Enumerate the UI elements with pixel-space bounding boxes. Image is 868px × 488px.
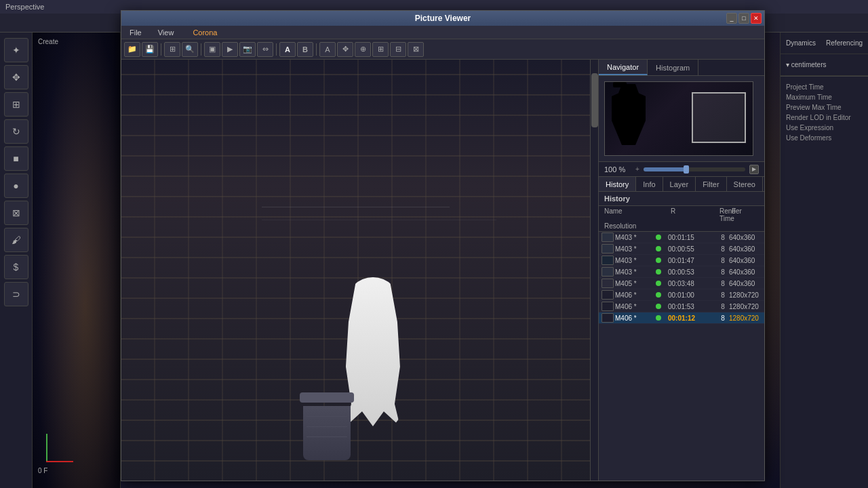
tool-frame[interactable]: ▣	[204, 42, 220, 57]
left-sidebar: ✦ ✥ ⊞ ↻ ■ ● ⊠ 🖌 $ ⊃	[0, 33, 33, 488]
pv-content: Navigator Histogram 100	[121, 60, 764, 481]
zoom-plus-icon: +	[635, 165, 639, 173]
zoom-next-btn[interactable]: ▶	[749, 165, 759, 174]
centimeters-label: ▾ centimeters	[786, 61, 826, 68]
tool-zoom[interactable]: 🔍	[182, 42, 198, 57]
history-row-selected[interactable]: M406 * 00:01:12 8 868x488	[599, 312, 764, 324]
history-dot	[656, 246, 661, 251]
tool-lasso[interactable]: A	[319, 42, 336, 57]
centimeters-row: ▾ centimeters	[786, 60, 863, 70]
history-thumb	[601, 290, 614, 300]
history-resolution: 868x488	[729, 314, 764, 322]
history-row[interactable]: M403 * 00:01:15 8 640x360	[599, 232, 764, 243]
maximum-time-label: Maximum Time	[786, 94, 832, 101]
history-thumb	[601, 232, 614, 242]
sidebar-tool-rotate[interactable]: ↻	[4, 119, 28, 144]
tool-move-view[interactable]: ✥	[337, 42, 353, 57]
tab-navigator[interactable]: Navigator	[599, 60, 648, 75]
history-dot	[656, 292, 661, 298]
history-resolution: 640x360	[729, 268, 764, 276]
sidebar-tool-move[interactable]: ✥	[4, 65, 28, 89]
history-thumb	[601, 256, 614, 265]
history-f: 8	[717, 280, 729, 287]
sidebar-tool-cube[interactable]: ■	[4, 146, 28, 171]
col-header-f: F	[732, 207, 764, 222]
history-row[interactable]: M406 * 00:01:53 8 868x488	[599, 301, 764, 312]
history-row[interactable]: M403 * 00:00:55 8 640x360	[599, 243, 764, 255]
pv-menu-file[interactable]: File	[127, 28, 144, 37]
sidebar-tool-material[interactable]: $	[4, 255, 28, 279]
history-name: M406 *	[615, 291, 656, 299]
tool-grid[interactable]: ⊞	[164, 42, 180, 57]
navigator-preview-image[interactable]	[604, 81, 753, 156]
sidebar-tool-cylinder[interactable]: ⊠	[4, 201, 28, 225]
tool-extra1[interactable]: ⊞	[372, 42, 389, 57]
tool-B[interactable]: B	[297, 42, 313, 57]
subtab-stereo[interactable]: Stereo	[727, 177, 763, 191]
centimeters-section: ▾ centimeters	[781, 54, 868, 76]
tool-compare[interactable]: ⇔	[257, 42, 273, 57]
minimize-button[interactable]: _	[726, 13, 737, 24]
pv-toolbar: 📁 💾 ⊞ 🔍 ▣ ▶ 📷 ⇔ A B A ✥ ⊕ ⊞ ⊟ ⊠	[121, 39, 764, 60]
preview-max-time-label: Preview Max Time	[786, 104, 842, 111]
menu-item-perspective: Perspective	[5, 3, 44, 11]
tool-zoom-view[interactable]: ⊕	[355, 42, 371, 57]
history-row[interactable]: M403 * 00:01:47 8 640x360	[599, 255, 764, 266]
tool-open[interactable]: 📁	[124, 42, 140, 57]
history-time: 00:00:55	[668, 245, 717, 253]
history-row[interactable]: M403 * 00:00:53 8 640x360	[599, 266, 764, 278]
tool-extra2[interactable]: ⊟	[390, 42, 406, 57]
3d-scene-preview: 0 F Create	[33, 33, 120, 488]
sidebar-tool-select[interactable]: ✦	[4, 38, 28, 62]
history-row[interactable]: M406 * 00:01:00 8 868x488	[599, 289, 764, 301]
history-time: 00:01:15	[668, 234, 717, 241]
pv-image-area[interactable]	[121, 60, 590, 481]
nav-silhouette	[612, 84, 646, 145]
tool-camera[interactable]: 📷	[239, 42, 256, 57]
history-f: 8	[717, 234, 729, 241]
pv-menu-view[interactable]: View	[155, 28, 177, 37]
zoom-fill	[644, 167, 690, 171]
maximize-button[interactable]: □	[738, 13, 749, 24]
subtab-history[interactable]: History	[599, 177, 636, 191]
history-dot	[656, 281, 661, 286]
pv-scrollbar[interactable]	[590, 60, 598, 481]
history-thumb	[601, 302, 614, 311]
create-label: Create	[38, 38, 58, 45]
toolbar-separator-4	[316, 43, 317, 56]
pv-title: Picture Viewer	[415, 14, 471, 23]
history-row[interactable]: M405 * 00:03:48 8 640x360	[599, 278, 764, 289]
zoom-slider[interactable]	[644, 167, 745, 171]
sidebar-tool-paint[interactable]: 🖌	[4, 228, 28, 252]
history-rows: M403 * 00:01:15 8 640x360 M403 * 00:00:5…	[599, 232, 764, 481]
use-expression-label: Use Expression	[786, 124, 833, 131]
history-f: 8	[717, 245, 729, 253]
sidebar-tool-scale[interactable]: ⊞	[4, 92, 28, 117]
left-3d-panel: 0 F Create	[33, 33, 121, 488]
project-time-row: Project Time	[786, 82, 863, 92]
pv-menu-corona[interactable]: Corona	[187, 28, 222, 37]
scrollbar-thumb[interactable]	[591, 73, 598, 127]
zoom-level-label: 100 %	[604, 165, 631, 174]
tool-render[interactable]: ▶	[222, 42, 238, 57]
sidebar-tool-deform[interactable]: ⊃	[4, 282, 28, 306]
tool-extra3[interactable]: ⊠	[408, 42, 424, 57]
subtab-layer[interactable]: Layer	[663, 177, 696, 191]
history-time-selected: 00:01:12	[668, 314, 717, 322]
tab-histogram[interactable]: Histogram	[648, 60, 698, 75]
history-time: 00:01:53	[668, 303, 717, 310]
toolbar-separator-2	[201, 43, 201, 56]
sidebar-tool-sphere[interactable]: ●	[4, 174, 28, 198]
subtab-filter[interactable]: Filter	[696, 177, 726, 191]
history-name: M406 *	[615, 314, 656, 322]
history-thumb	[601, 279, 614, 288]
referencing-label: Referencing	[826, 39, 863, 47]
history-dot	[656, 269, 661, 274]
toolbar-separator-3	[276, 43, 277, 56]
close-button[interactable]: ✕	[751, 13, 762, 24]
history-f: 8	[717, 303, 729, 310]
tool-A[interactable]: A	[279, 42, 296, 57]
history-name: M403 *	[615, 257, 656, 264]
subtab-info[interactable]: Info	[636, 177, 663, 191]
tool-save[interactable]: 💾	[142, 42, 158, 57]
